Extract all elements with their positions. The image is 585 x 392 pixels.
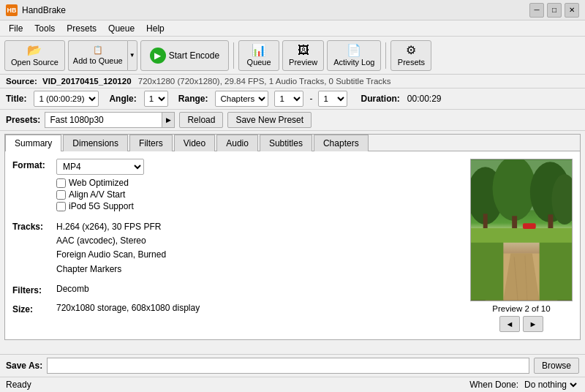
add-to-queue-label: Add to Queue [73, 56, 123, 65]
left-panel: Format: MP4 MKV Web Optimized Align A [12, 159, 456, 332]
format-row: Format: MP4 MKV Web Optimized Align A [12, 159, 456, 213]
track-3: Foreign Audio Scan, Burned [56, 248, 456, 262]
tab-video[interactable]: Video [174, 135, 215, 151]
save-new-preset-button[interactable]: Save New Preset [227, 112, 312, 128]
web-optimized-row: Web Optimized [56, 178, 456, 188]
range-to-select[interactable]: 1 [318, 91, 347, 107]
tabs: Summary Dimensions Filters Video Audio S… [5, 135, 580, 151]
preview-button[interactable]: 🖼 Preview [282, 40, 324, 71]
start-encode-button[interactable]: ▶ Start Encode [140, 40, 229, 71]
ipod-label: iPod 5G Support [69, 201, 134, 211]
tab-subtitles[interactable]: Subtitles [260, 135, 312, 151]
presets-row-label: Presets: [6, 115, 40, 125]
source-info: 720x1280 (720x1280), 29.84 FPS, 1 Audio … [138, 77, 391, 86]
range-type-select[interactable]: Chapters [215, 91, 268, 107]
tab-summary[interactable]: Summary [5, 135, 61, 151]
menu-file[interactable]: File [3, 22, 29, 35]
when-done: When Done: Do nothing Shutdown Sleep [469, 379, 579, 391]
close-button[interactable]: ✕ [565, 3, 579, 18]
tab-chapters[interactable]: Chapters [314, 135, 369, 151]
minimize-button[interactable]: ─ [529, 3, 544, 18]
range-separator: - [309, 94, 312, 104]
main-content: Summary Dimensions Filters Video Audio S… [4, 134, 581, 340]
save-as-input[interactable] [47, 358, 529, 374]
preset-input[interactable] [45, 112, 162, 128]
filters-value: Decomb [56, 284, 456, 294]
size-label: Size: [12, 303, 56, 314]
presets-label: Presets [398, 58, 425, 67]
when-done-select[interactable]: Do nothing Shutdown Sleep [521, 379, 579, 391]
duration-label: Duration: [361, 94, 399, 104]
status-bar: Ready When Done: Do nothing Shutdown Sle… [0, 377, 585, 392]
activity-log-label: Activity Log [333, 58, 374, 67]
angle-label: Angle: [109, 94, 136, 104]
size-value: 720x1080 storage, 608x1080 display [56, 303, 456, 313]
tracks-label: Tracks: [12, 220, 56, 232]
activity-log-button[interactable]: 📄 Activity Log [327, 40, 381, 71]
title-bar-left: HB HandBrake [6, 4, 66, 16]
window-controls[interactable]: ─ □ ✕ [529, 3, 579, 18]
format-select[interactable]: MP4 MKV [56, 159, 144, 175]
duration-value: 00:00:29 [407, 94, 442, 104]
align-av-label: Align A/V Start [69, 189, 125, 200]
range-from-select[interactable]: 1 [274, 91, 303, 107]
menu-queue[interactable]: Queue [102, 22, 140, 35]
menu-help[interactable]: Help [140, 22, 170, 35]
svg-rect-10 [471, 235, 503, 301]
size-row: Size: 720x1080 storage, 608x1080 display [12, 303, 456, 314]
controls-row: Title: 1 (00:00:29) Angle: 1 Range: Chap… [0, 88, 585, 110]
queue-icon: 📊 [252, 45, 266, 56]
preview-next-button[interactable]: ► [523, 316, 543, 332]
filters-row: Filters: Decomb [12, 284, 456, 295]
format-label: Format: [12, 159, 56, 170]
web-optimized-checkbox[interactable] [56, 178, 66, 188]
tab-filters[interactable]: Filters [129, 135, 173, 151]
queue-button[interactable]: 📊 Queue [238, 40, 279, 71]
open-source-icon: 📂 [27, 45, 42, 56]
browse-button[interactable]: Browse [534, 358, 579, 374]
tracks-row: Tracks: H.264 (x264), 30 FPS PFR AAC (av… [12, 220, 456, 276]
filters-label: Filters: [12, 284, 56, 295]
ipod-checkbox[interactable] [56, 202, 66, 211]
presets-icon: ⚙ [406, 45, 416, 56]
tab-audio[interactable]: Audio [216, 135, 258, 151]
preset-input-wrap: ▶ [45, 112, 175, 128]
start-encode-label: Start Encode [169, 50, 219, 61]
svg-rect-7 [548, 214, 553, 228]
track-2: AAC (avcodec), Stereo [56, 234, 456, 248]
play-icon: ▶ [150, 48, 166, 64]
reload-button[interactable]: Reload [179, 112, 223, 128]
preset-arrow-button[interactable]: ▶ [162, 112, 175, 128]
toolbar: 📂 Open Source 📋 Add to Queue ▼ ▶ Start E… [0, 37, 585, 75]
svg-rect-12 [471, 228, 572, 243]
preview-toolbar-icon: 🖼 [298, 45, 309, 56]
right-panel: Preview 2 of 10 ◄ ► [470, 159, 573, 332]
open-source-button[interactable]: 📂 Open Source [4, 40, 65, 71]
menu-presets[interactable]: Presets [61, 22, 102, 35]
presets-button[interactable]: ⚙ Presets [390, 40, 431, 71]
align-av-checkbox[interactable] [56, 190, 66, 200]
range-label: Range: [178, 94, 208, 104]
status-text: Ready [6, 380, 31, 390]
menu-bar: File Tools Presets Queue Help [0, 20, 585, 37]
angle-select[interactable]: 1 [144, 91, 168, 107]
menu-tools[interactable]: Tools [29, 22, 61, 35]
maximize-button[interactable]: □ [547, 3, 562, 18]
preview-prev-button[interactable]: ◄ [499, 316, 520, 332]
when-done-label: When Done: [469, 380, 518, 390]
toolbar-separator-1 [233, 42, 234, 69]
activity-log-icon: 📄 [347, 45, 361, 56]
title-select[interactable]: 1 (00:00:29) [34, 91, 99, 107]
save-as-label: Save As: [6, 361, 42, 371]
svg-rect-5 [483, 214, 488, 228]
tab-dimensions[interactable]: Dimensions [63, 135, 128, 151]
source-label: Source: [6, 77, 37, 86]
app-icon: HB [6, 4, 18, 16]
add-to-queue-splitbutton[interactable]: 📋 Add to Queue ▼ [68, 40, 137, 71]
preview-image [470, 159, 573, 301]
save-row: Save As: Browse [0, 355, 585, 377]
add-to-queue-button[interactable]: 📋 Add to Queue [68, 40, 127, 71]
add-to-queue-arrow[interactable]: ▼ [127, 40, 137, 71]
svg-rect-11 [540, 235, 572, 301]
web-optimized-label: Web Optimized [69, 178, 129, 188]
